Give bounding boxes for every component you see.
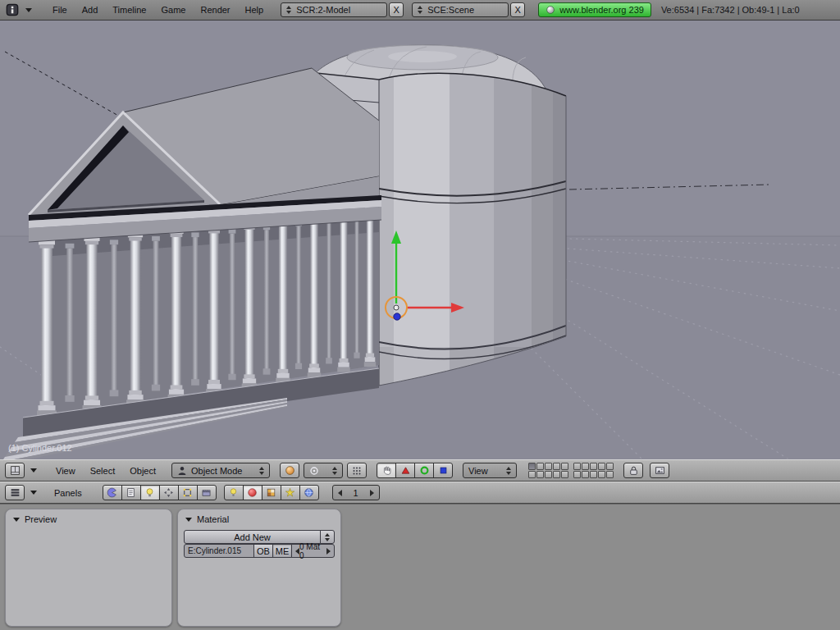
editing-context-button[interactable]	[178, 485, 198, 500]
orientation-dropdown[interactable]: View	[463, 463, 517, 478]
browse-scenes-icon	[418, 6, 422, 14]
layer-buttons-group-2	[573, 463, 614, 478]
menu-select[interactable]: Select	[83, 463, 123, 478]
material-icon	[247, 487, 258, 498]
scene-context-button[interactable]	[197, 485, 217, 500]
collapse-menus-icon[interactable]	[25, 8, 32, 12]
browse-arrows-icon	[325, 533, 330, 541]
layer-toggle[interactable]	[590, 471, 597, 478]
panel-collapse-icon[interactable]	[13, 518, 20, 522]
layer-toggle[interactable]	[561, 471, 568, 478]
layer-toggle[interactable]	[545, 471, 552, 478]
translate-manipulator-button[interactable]	[395, 463, 415, 478]
layer-toggle[interactable]	[573, 471, 581, 478]
menu-object[interactable]: Object	[122, 463, 163, 478]
layer-toggle[interactable]	[590, 463, 597, 470]
manipulator-toggle-button[interactable]	[377, 463, 396, 478]
scene-icon	[201, 487, 212, 498]
frame-decrement-icon[interactable]	[338, 490, 342, 496]
lamp-icon	[228, 487, 239, 498]
mat-increment-icon[interactable]	[326, 548, 331, 555]
world-icon	[304, 487, 314, 498]
logic-context-button[interactable]	[103, 485, 122, 500]
layer-toggle[interactable]	[606, 463, 614, 470]
rotate-manipulator-button[interactable]	[414, 463, 434, 478]
material-subcontext-button[interactable]	[243, 485, 262, 500]
script-context-button[interactable]	[121, 485, 141, 500]
pivot-dropdown[interactable]	[304, 463, 343, 478]
top-menu-bar: File Add Timeline Game Render Help SCR:2…	[0, 0, 840, 21]
info-window-icon[interactable]	[6, 3, 19, 16]
buttons-header: Panels	[0, 482, 840, 504]
layer-toggle[interactable]	[553, 463, 560, 470]
image-icon	[655, 465, 665, 476]
buttons-window: Preview Material Add New E:Cylinder.015 …	[0, 504, 840, 630]
frame-increment-icon[interactable]	[370, 490, 374, 496]
layer-toggle[interactable]	[545, 463, 552, 470]
scene-close-button[interactable]: X	[510, 2, 525, 17]
layer-toggle[interactable]	[553, 471, 560, 478]
lamp-subcontext-button[interactable]	[224, 485, 244, 500]
scale-manipulator-button[interactable]	[433, 463, 453, 478]
panel-collapse-icon[interactable]	[185, 518, 192, 522]
browse-screens-icon	[286, 6, 291, 14]
preview-panel: Preview	[5, 509, 172, 627]
layer-toggle[interactable]	[582, 463, 589, 470]
preview-panel-title: Preview	[25, 514, 57, 524]
texture-subcontext-button[interactable]	[262, 485, 281, 500]
menu-render[interactable]: Render	[193, 2, 237, 17]
layer-buttons-group-1	[528, 463, 568, 478]
pivot-point-icon	[309, 466, 319, 476]
snap-button[interactable]	[347, 463, 367, 478]
panels-menu[interactable]: Panels	[47, 486, 89, 500]
me-toggle-button[interactable]: ME	[272, 544, 292, 558]
screen-selector[interactable]: SCR:2-Model	[281, 2, 387, 17]
frame-number-field[interactable]: 1	[332, 485, 380, 500]
material-panel-title: Material	[197, 514, 229, 524]
lock-icon	[628, 465, 639, 476]
lock-layers-button[interactable]	[623, 463, 643, 478]
layer-toggle[interactable]	[536, 463, 544, 470]
manipulator-y-handle[interactable]	[394, 313, 400, 320]
menu-help[interactable]: Help	[238, 2, 272, 17]
layer-toggle[interactable]	[582, 471, 589, 478]
render-preview-button[interactable]	[650, 463, 669, 478]
menu-timeline[interactable]: Timeline	[105, 2, 153, 17]
blender-version-button[interactable]: www.blender.org 239	[538, 2, 651, 17]
viewport-3d[interactable]: (1) Cylinder.012	[0, 21, 840, 459]
sphere-icon	[285, 465, 295, 476]
layer-toggle[interactable]	[561, 463, 568, 470]
radiosity-subcontext-button[interactable]	[281, 485, 300, 500]
mode-dropdown[interactable]: Object Mode	[171, 463, 270, 478]
shading-context-button[interactable]	[140, 485, 160, 500]
draw-type-button[interactable]	[280, 463, 299, 478]
menu-file[interactable]: File	[45, 2, 75, 17]
menu-game[interactable]: Game	[153, 2, 193, 17]
dropdown-arrows-icon	[506, 467, 511, 475]
layer-toggle[interactable]	[598, 471, 605, 478]
world-subcontext-button[interactable]	[299, 485, 319, 500]
rotate-icon	[419, 465, 430, 476]
header-collapse-icon[interactable]	[30, 468, 37, 472]
scene-selector[interactable]: SCE:Scene	[412, 2, 509, 17]
viewport-window-type-button[interactable]	[5, 463, 25, 478]
material-name-field[interactable]: E:Cylinder.015	[184, 544, 254, 558]
menu-view[interactable]: View	[48, 463, 83, 478]
ob-toggle-button[interactable]: OB	[253, 544, 273, 558]
layer-toggle[interactable]	[528, 471, 536, 478]
layer-toggle[interactable]	[606, 471, 614, 478]
layer-toggle[interactable]	[573, 463, 581, 470]
dropdown-arrows-icon	[259, 467, 264, 475]
shading-icon	[144, 487, 155, 498]
layer-toggle[interactable]	[598, 463, 605, 470]
object-context-button[interactable]	[159, 485, 179, 500]
menu-add[interactable]: Add	[75, 2, 106, 17]
buttons-window-type-button[interactable]	[5, 485, 25, 500]
screen-close-button[interactable]: X	[389, 2, 404, 17]
object-icon	[163, 487, 174, 498]
person-icon	[177, 466, 187, 476]
layer-toggle[interactable]	[528, 463, 536, 470]
material-count-stepper[interactable]: 0 Mat 0	[291, 544, 335, 558]
layer-toggle[interactable]	[536, 471, 544, 478]
header-collapse-icon[interactable]	[30, 491, 37, 495]
